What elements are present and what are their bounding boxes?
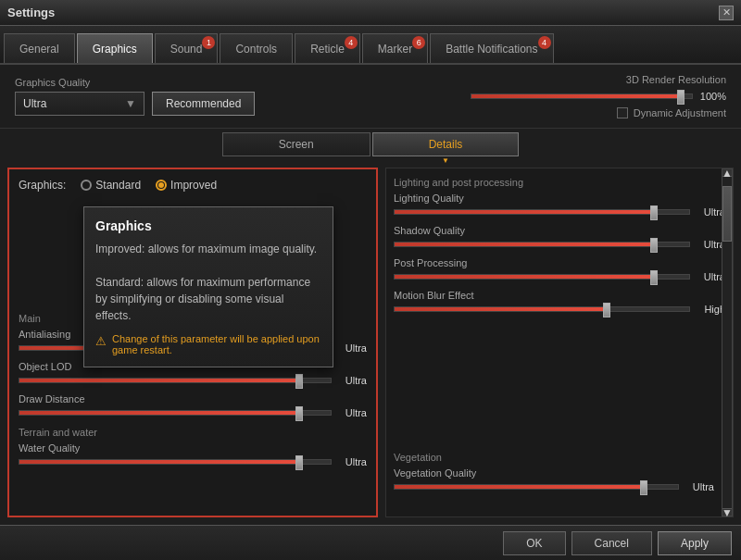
slider-post-processing: Post Processing Ultra: [394, 257, 725, 282]
close-button[interactable]: ✕: [719, 6, 734, 20]
tab-reticle[interactable]: Reticle 4: [295, 33, 360, 63]
apply-button[interactable]: Apply: [658, 531, 732, 555]
slider-vegetation-quality: Vegetation Quality Ultra: [394, 467, 714, 492]
dropdown-arrow-icon: ▼: [125, 97, 136, 110]
radio-standard-circle: [81, 180, 92, 191]
recommended-button[interactable]: Recommended: [152, 92, 255, 116]
tooltip-title: Graphics: [95, 218, 321, 233]
dynamic-adjust-checkbox[interactable]: [617, 107, 628, 118]
scrollbar[interactable]: ▲ ▼: [722, 168, 733, 516]
drawdist-value: Ultra: [337, 407, 367, 418]
render-controls: 3D Render Resolution 100% Dynamic Adjust…: [471, 74, 726, 118]
tooltip-warning: ⚠ Change of this parameter will be appli…: [95, 333, 321, 355]
slider-shadowquality-label: Shadow Quality: [394, 225, 725, 236]
tab-graphics[interactable]: Graphics: [77, 33, 153, 63]
graphics-tooltip: Graphics Improved: allows for maximum im…: [83, 206, 333, 367]
slider-lighting-quality: Lighting Quality Ultra: [394, 193, 725, 218]
battlenotif-badge: 4: [538, 36, 551, 49]
slider-water-quality: Water Quality Ultra: [19, 442, 367, 467]
slider-drawdist-label: Draw Distance: [19, 393, 367, 404]
tab-sound[interactable]: Sound 1: [155, 33, 219, 63]
graphics-mode-row: Graphics: Standard Improved: [19, 179, 367, 192]
slider-postprocessing-label: Post Processing: [394, 257, 725, 268]
radio-improved-circle: [156, 180, 167, 191]
tab-battle-notifications[interactable]: Battle Notifications 4: [430, 33, 553, 63]
slider-motion-blur: Motion Blur Effect High: [394, 290, 725, 315]
vegetation-section-label: Vegetation: [394, 452, 442, 463]
slider-waterquality-label: Water Quality: [19, 442, 367, 454]
slider-shadow-quality: Shadow Quality Ultra: [394, 225, 725, 250]
tab-general[interactable]: General: [4, 33, 75, 63]
objectlod-value: Ultra: [337, 375, 367, 386]
quality-label: Graphics Quality: [15, 77, 255, 88]
scroll-down-button[interactable]: ▼: [722, 508, 732, 516]
radio-standard[interactable]: Standard: [81, 179, 141, 192]
graphics-mode-label: Graphics:: [19, 179, 66, 192]
lighting-section-label: Lighting and post processing: [394, 177, 523, 188]
render-label: 3D Render Resolution: [626, 74, 726, 85]
title-bar: Settings ✕: [0, 0, 741, 26]
top-controls: Graphics Quality Ultra ▼ Recommended 3D …: [0, 65, 741, 128]
content-area: Graphics Quality Ultra ▼ Recommended 3D …: [0, 65, 741, 525]
bottom-bar: OK Cancel Apply: [0, 525, 741, 560]
panels-area: Graphics: Standard Improved Graphics Imp…: [0, 160, 741, 525]
scroll-up-button[interactable]: ▲: [722, 169, 732, 177]
sub-tab-details[interactable]: Details: [372, 132, 520, 156]
radio-improved[interactable]: Improved: [156, 179, 217, 192]
sub-tab-bar: Screen Details: [0, 128, 741, 160]
reticle-badge: 4: [345, 36, 358, 49]
tab-marker[interactable]: Marker 6: [362, 33, 428, 63]
warning-icon: ⚠: [95, 334, 107, 348]
tab-bar: General Graphics Sound 1 Controls Reticl…: [0, 26, 741, 65]
window-title: Settings: [7, 6, 55, 19]
vegquality-value: Ultra: [684, 481, 714, 492]
sound-badge: 1: [202, 36, 215, 49]
terrain-section-label: Terrain and water: [19, 427, 97, 438]
cancel-button[interactable]: Cancel: [571, 531, 652, 555]
tab-controls[interactable]: Controls: [220, 33, 293, 63]
sub-tab-screen[interactable]: Screen: [222, 132, 370, 156]
left-panel: Graphics: Standard Improved Graphics Imp…: [7, 168, 378, 517]
slider-motionblur-label: Motion Blur Effect: [394, 290, 725, 301]
ok-button[interactable]: OK: [503, 531, 565, 555]
slider-draw-distance: Draw Distance Ultra: [19, 393, 367, 418]
slider-vegquality-label: Vegetation Quality: [394, 467, 714, 479]
render-value: 100%: [700, 91, 726, 102]
quality-dropdown[interactable]: Ultra ▼: [15, 92, 144, 116]
marker-badge: 6: [412, 36, 425, 49]
waterquality-value: Ultra: [337, 456, 367, 467]
scrollbar-thumb[interactable]: [722, 186, 732, 242]
quality-controls: Graphics Quality Ultra ▼ Recommended: [15, 77, 255, 116]
antialiasing-value: Ultra: [337, 342, 367, 354]
dynamic-adjust-label: Dynamic Adjustment: [634, 107, 726, 118]
slider-lightingquality-label: Lighting Quality: [394, 193, 725, 204]
right-panel: Lighting and post processing Lighting Qu…: [385, 168, 734, 517]
tooltip-body: Improved: allows for maximum image quali…: [95, 241, 321, 324]
main-section-label: Main: [19, 313, 41, 324]
